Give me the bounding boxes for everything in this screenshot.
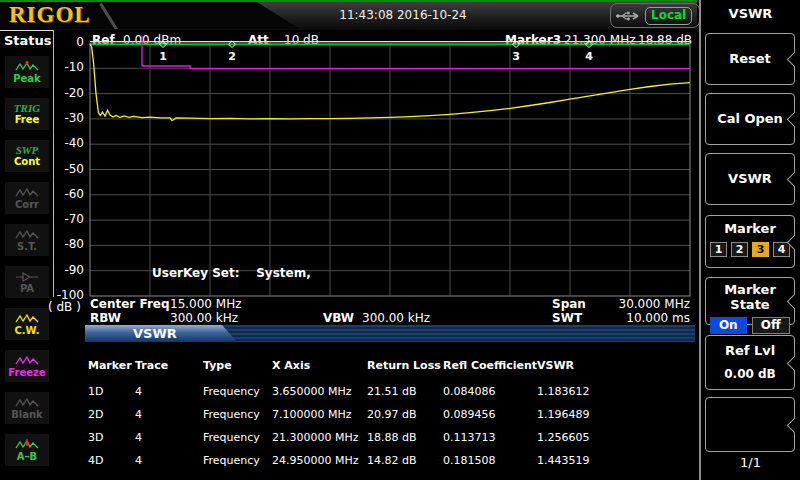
- table-cell: 4: [132, 385, 200, 398]
- y-tick-label: -10: [45, 60, 84, 74]
- table-cell: 1.256605: [534, 431, 697, 444]
- marker-select-button[interactable]: Marker 1234: [705, 215, 795, 268]
- ref-lvl-value: 0.00 dB: [706, 367, 794, 381]
- marker-state-on[interactable]: On: [710, 317, 747, 334]
- status-item-pa: PA: [5, 266, 49, 298]
- ref-lvl-button[interactable]: Ref Lvl 0.00 dB: [705, 335, 795, 390]
- status-trig-line1: TRIG: [14, 103, 40, 114]
- table-cell: 7.100000 MHz: [269, 408, 364, 421]
- rigol-logo: RIGOL: [9, 2, 91, 28]
- marker-box-3[interactable]: 3: [752, 242, 769, 257]
- status-swp-line1: SWP: [16, 145, 39, 156]
- status-item-swp: SWPCont: [5, 140, 49, 172]
- table-row: 2D4Frequency7.100000 MHz20.97 dB0.089456…: [85, 403, 697, 426]
- status-corr-label: Corr: [15, 199, 39, 210]
- status-swp-line2: Cont: [14, 156, 40, 167]
- vbw-value: 300.00 kHz: [362, 311, 430, 325]
- marker-number-boxes: 1234: [706, 242, 794, 257]
- marker-number-2: 2: [228, 50, 236, 63]
- table-cell: 21.300000 MHz: [269, 431, 364, 444]
- vswr-button[interactable]: VSWR: [705, 153, 795, 205]
- reset-button[interactable]: Reset: [705, 33, 795, 85]
- marker-number-1: 1: [159, 50, 167, 63]
- status-trig-line2: Free: [15, 114, 40, 125]
- local-badge: Local: [645, 7, 692, 25]
- table-cell: 14.82 dB: [364, 454, 440, 467]
- table-column-header: Return Loss: [364, 359, 440, 372]
- ab-icon: [14, 438, 40, 451]
- status-item-ab: A–B: [5, 434, 49, 466]
- top-bar: RIGOL 11:43:08 2016-10-24 Local: [0, 0, 697, 30]
- marker-table: MarkerTraceTypeX AxisReturn LossRefl Coe…: [85, 357, 697, 472]
- table-cell: 4: [132, 431, 200, 444]
- rbw-value: 300.00 kHz: [170, 311, 238, 325]
- table-cell: 21.51 dB: [364, 385, 440, 398]
- y-tick-label: -20: [45, 86, 84, 100]
- table-cell: 20.97 dB: [364, 408, 440, 421]
- table-cell: Frequency: [200, 431, 269, 444]
- span-label: Span: [552, 297, 586, 311]
- table-column-header: X Axis: [269, 359, 364, 372]
- status-cw-label: C.W.: [14, 325, 39, 336]
- y-tick-label: -90: [45, 263, 84, 277]
- peak-icon: [14, 60, 40, 73]
- table-column-header: Marker: [85, 359, 132, 372]
- marker-box-2[interactable]: 2: [731, 242, 748, 257]
- logo-streak: [99, 3, 120, 33]
- marker-box-4[interactable]: 4: [773, 242, 790, 257]
- status-item-trig: TRIGFree: [5, 98, 49, 130]
- sweep-plot: 1234: [85, 33, 695, 301]
- swt-label: SWT: [552, 311, 582, 325]
- rbw-label: RBW: [90, 311, 121, 325]
- y-tick-label: -80: [45, 237, 84, 251]
- table-cell: 3.650000 MHz: [269, 385, 364, 398]
- marker-box-1[interactable]: 1: [710, 242, 727, 257]
- y-tick-label: -50: [45, 162, 84, 176]
- status-peak-label: Peak: [13, 73, 41, 84]
- marker-state-button[interactable]: Marker State On Off: [705, 277, 795, 325]
- marker-state-label: Marker State: [706, 282, 794, 312]
- table-column-header: Refl Coefficient: [440, 359, 534, 372]
- table-cell: 1.183612: [534, 385, 697, 398]
- y-tick-label: 0: [45, 35, 84, 49]
- table-cell: 0.181508: [440, 454, 534, 467]
- status-tiles: PeakTRIGFreeSWPContCorrS.T.PAC.W.FreezeB…: [5, 56, 49, 466]
- table-cell: 4: [132, 454, 200, 467]
- userkey-message: UserKey Set: System,: [152, 266, 311, 280]
- status-st-label: S.T.: [17, 241, 37, 252]
- y-tick-label: -40: [45, 136, 84, 150]
- freeze-icon: [14, 354, 40, 367]
- swt-value: 10.000 ms: [600, 311, 690, 325]
- table-column-header: Trace: [132, 359, 200, 372]
- status-freeze-label: Freeze: [8, 367, 45, 378]
- y-axis-unit: ( dB ): [48, 300, 81, 314]
- y-tick-label: -30: [45, 111, 84, 125]
- marker-number-3: 3: [512, 50, 520, 63]
- status-item-corr: Corr: [5, 182, 49, 214]
- span-value: 30.000 MHz: [600, 297, 690, 311]
- marker-state-off[interactable]: Off: [752, 317, 791, 334]
- center-freq-label: Center Freq: [90, 297, 170, 311]
- table-cell: 24.950000 MHz: [269, 454, 364, 467]
- st-icon: [14, 228, 40, 241]
- table-cell: 0.084086: [440, 385, 534, 398]
- status-blank-label: Blank: [11, 409, 43, 420]
- function-bar: VSWR: [85, 325, 695, 342]
- trace-trace4-reference: [142, 36, 690, 69]
- table-cell: 18.88 dB: [364, 431, 440, 444]
- table-cell: 4: [132, 408, 200, 421]
- table-cell: Frequency: [200, 385, 269, 398]
- table-cell: 1.443519: [534, 454, 697, 467]
- marker-select-label: Marker: [706, 221, 794, 236]
- usb-icon: [614, 9, 642, 23]
- blank-softkey[interactable]: [705, 397, 795, 452]
- table-cell: 4D: [85, 454, 132, 467]
- center-freq-value: 15.000 MHz: [170, 297, 241, 311]
- clock: 11:43:08 2016-10-24: [333, 8, 473, 22]
- status-item-freeze: Freeze: [5, 350, 49, 382]
- cal-open-button[interactable]: Cal Open: [705, 93, 795, 145]
- table-cell: 0.113713: [440, 431, 534, 444]
- table-cell: Frequency: [200, 408, 269, 421]
- softkey-panel: VSWR Reset Cal Open VSWR Marker 1234 Mar…: [699, 0, 800, 480]
- vbw-label: VBW: [323, 311, 354, 325]
